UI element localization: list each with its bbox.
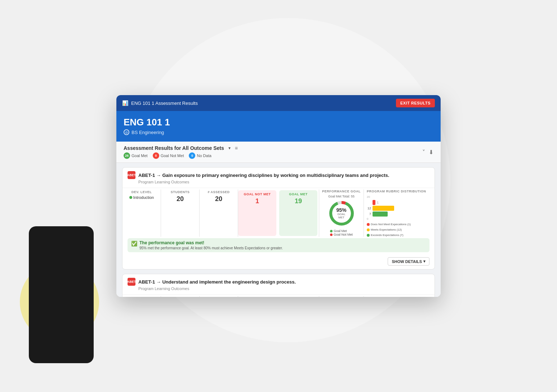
abet-icon-2: ABET bbox=[128, 278, 135, 286]
content-area[interactable]: ABET ABET-1 → Gain exposure to primary e… bbox=[116, 163, 441, 297]
rubric-label-2: PROGRAM RUBRIC DISTRIBUTION bbox=[367, 296, 432, 297]
legend-goal-met-text-1: Goal Met bbox=[334, 229, 347, 233]
donut-1: 95% GOAL MET bbox=[327, 199, 356, 228]
program-name: BS Engineering bbox=[132, 130, 164, 135]
assessment-card-2: ABET ABET-1 → Understand and implement t… bbox=[122, 274, 435, 297]
card-1-metrics-row: DEV. LEVEL Introduction STUDENTS 20 bbox=[122, 188, 435, 238]
assessed-value-1: 20 bbox=[202, 195, 235, 203]
app-window: 📊 ENG 101 1 Assessment Results EXIT RESU… bbox=[116, 95, 441, 297]
dot-red-1 bbox=[330, 233, 333, 236]
dot-green-1 bbox=[330, 230, 333, 232]
filter-left: Assessment Results for All Outcome Sets … bbox=[124, 145, 238, 159]
card-1-header-top: ABET ABET-1 → Gain exposure to primary e… bbox=[128, 171, 429, 179]
goal-met-label: Goal Met bbox=[132, 153, 148, 158]
bar-chart-1: 1 12 7 bbox=[367, 200, 432, 217]
performance-section-2: PERFORMANCE GOAL 95% GOAL MET bbox=[319, 295, 364, 297]
axis-zero-1: 0 bbox=[367, 217, 432, 220]
rubric-legend-green-1: Exceeds Expectations (7) bbox=[367, 233, 404, 237]
collapse-icon[interactable]: ˅ bbox=[422, 149, 425, 156]
card-2-header: ABET ABET-1 → Understand and implement t… bbox=[122, 274, 435, 295]
perf-met-desc-1: 95% met the performance goal. At least 8… bbox=[139, 246, 283, 250]
filter-title: Assessment Results for All Outcome Sets bbox=[124, 145, 224, 151]
dev-level-dot-1 bbox=[129, 196, 132, 199]
legend-dot-red-1 bbox=[367, 223, 370, 226]
nav-bar: 📊 ENG 101 1 Assessment Results EXIT RESU… bbox=[116, 95, 441, 111]
course-title: ENG 101 1 bbox=[124, 117, 433, 128]
perf-met-text-block-1: The performance goal was met! 95% met th… bbox=[139, 240, 283, 250]
rubric-legend-red-1: Does Not Meet Expecations (1) bbox=[367, 223, 411, 226]
program-icon: ⊘ bbox=[124, 129, 129, 135]
donut-text-1: GOAL MET bbox=[334, 213, 349, 219]
show-details-row-1: SHOW DETAILS ▾ bbox=[122, 255, 435, 269]
filter-icon[interactable]: ≡ bbox=[235, 145, 238, 151]
legend-text-red-1: Does Not Meet Expecations (1) bbox=[371, 223, 411, 226]
course-program: ⊘ BS Engineering bbox=[124, 129, 433, 135]
goal-met-value-1: 19 bbox=[282, 197, 315, 205]
performance-section-1: PERFORMANCE GOAL Goal Met Total: 55 95% … bbox=[319, 188, 364, 238]
students-label-1: STUDENTS bbox=[164, 190, 196, 194]
assessment-card-1: ABET ABET-1 → Gain exposure to primary e… bbox=[122, 167, 435, 270]
perf-met-title-1: The performance goal was met! bbox=[139, 240, 283, 245]
bar-row-1-green: 7 bbox=[367, 211, 432, 217]
bar-label-red-1: 1 bbox=[377, 201, 379, 204]
download-icon[interactable]: ⬇ bbox=[429, 149, 433, 156]
exit-results-button[interactable]: EXIT RESULTS bbox=[396, 99, 435, 107]
rubric-legend-yellow-1: Meets Expectations (12) bbox=[367, 228, 402, 231]
filter-bar: Assessment Results for All Outcome Sets … bbox=[116, 142, 441, 163]
rubric-section-2: PROGRAM RUBRIC DISTRIBUTION 16 1 9 bbox=[364, 295, 435, 297]
rubric-section-1: PROGRAM RUBRIC DISTRIBUTION 20 1 12 bbox=[364, 188, 435, 238]
nav-title: ENG 101 1 Assessment Results bbox=[131, 101, 198, 106]
goal-not-met-label: Goal Not Met bbox=[161, 153, 184, 158]
assessed-box-2: # ASSESSED 20 bbox=[200, 295, 238, 297]
chevron-down-icon-1: ▾ bbox=[423, 259, 425, 264]
bar-value-green-1: 7 bbox=[367, 212, 371, 216]
legend-dot-yellow-1 bbox=[367, 228, 370, 231]
card-1-header: ABET ABET-1 → Gain exposure to primary e… bbox=[122, 168, 435, 188]
perf-label-2: PERFORMANCE GOAL bbox=[322, 296, 361, 297]
students-box-1: STUDENTS 20 bbox=[161, 188, 199, 238]
legend-text-yellow-1: Meets Expectations (12) bbox=[371, 228, 402, 231]
assessed-box-1: # ASSESSED 20 bbox=[200, 188, 238, 238]
card-2-title: ABET-1 → Understand and implement the en… bbox=[138, 279, 296, 285]
bar-green-1 bbox=[373, 211, 388, 217]
dev-level-box-1: DEV. LEVEL Introduction bbox=[122, 188, 161, 238]
filter-right: ˅ ⬇ bbox=[422, 149, 433, 156]
bar-value-yellow-1: 12 bbox=[367, 206, 371, 210]
perf-legend-goal-met-1: Goal Met bbox=[330, 229, 353, 233]
filter-title-row: Assessment Results for All Outcome Sets … bbox=[124, 145, 238, 151]
bar-yellow-1 bbox=[373, 206, 394, 211]
rubric-legend-1: Does Not Meet Expecations (1) Meets Expe… bbox=[367, 223, 432, 237]
show-details-btn-1[interactable]: SHOW DETAILS ▾ bbox=[388, 257, 429, 266]
goal-met-total-1: Goal Met Total: 55 bbox=[328, 195, 355, 198]
legend-goal-met: 26 Goal Met bbox=[124, 152, 148, 159]
bar-row-1-red: 1 bbox=[367, 200, 432, 205]
dropdown-arrow[interactable]: ▾ bbox=[228, 146, 231, 151]
rubric-label-1: PROGRAM RUBRIC DISTRIBUTION bbox=[367, 190, 432, 193]
bar-red-1 bbox=[373, 200, 375, 205]
students-value-1: 20 bbox=[164, 195, 196, 203]
goal-not-met-badge: 0 bbox=[153, 152, 159, 159]
card-1-subtitle: Program Learning Outcomes bbox=[138, 180, 429, 184]
legend-no-data: 0 No Data bbox=[189, 152, 211, 159]
donut-center-1: 95% GOAL MET bbox=[334, 208, 349, 219]
legend-goal-not-met: 0 Goal Not Met bbox=[153, 152, 184, 159]
header-section: ENG 101 1 ⊘ BS Engineering bbox=[116, 111, 441, 142]
perf-legend-1: Goal Met Goal Not Met bbox=[330, 229, 353, 236]
legend-dot-green-1 bbox=[367, 234, 370, 237]
card-2-header-top: ABET ABET-1 → Understand and implement t… bbox=[128, 278, 429, 286]
dev-level-value-1: Introduction bbox=[133, 195, 154, 200]
goal-met-box-1: GOAL MET 19 bbox=[279, 190, 317, 236]
check-icon-1: ✅ bbox=[131, 241, 137, 246]
legend-goal-not-met-text-1: Goal Not Met bbox=[334, 233, 353, 236]
no-data-label: No Data bbox=[197, 153, 211, 158]
card-1-title: ABET-1 → Gain exposure to primary engine… bbox=[138, 173, 389, 178]
card-2-metrics-row: DEV. LEVEL Introduction STUDENTS 20 bbox=[122, 295, 435, 297]
assessed-label-1: # ASSESSED bbox=[202, 190, 235, 194]
page-wrapper: 📊 ENG 101 1 Assessment Results EXIT RESU… bbox=[0, 0, 557, 392]
no-data-badge: 0 bbox=[189, 152, 195, 159]
bar-row-1-yellow: 12 bbox=[367, 206, 432, 211]
legend-text-green-1: Exceeds Expectations (7) bbox=[371, 233, 404, 237]
dev-level-box-2: DEV. LEVEL Introduction bbox=[122, 295, 161, 297]
students-box-2: STUDENTS 20 bbox=[161, 295, 199, 297]
card-2-subtitle: Program Learning Outcomes bbox=[138, 286, 429, 291]
